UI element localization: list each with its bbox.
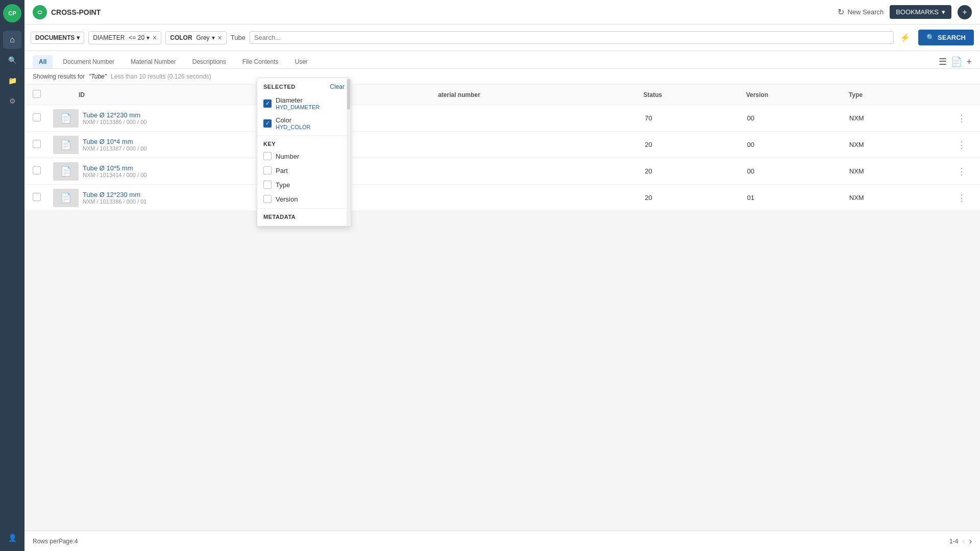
row-id-block-2: Tube Ø 10*4 mm NXM / 1013387 / 000 / 00	[79, 138, 287, 152]
search-prefix-text: Tube	[231, 34, 246, 41]
tab-material-number[interactable]: Material Number	[125, 55, 182, 68]
version-item-label: Version	[276, 195, 298, 203]
row-status-4: 20	[645, 194, 747, 202]
metadata-section-label: METADATA	[257, 211, 351, 222]
bookmarks-chevron-icon: ▾	[942, 8, 945, 16]
prev-page-button[interactable]: ‹	[962, 537, 965, 546]
color-filter-chip[interactable]: COLOR Grey ▾ ×	[165, 31, 227, 44]
type-item-label: Type	[276, 181, 290, 189]
header-check-col	[33, 90, 53, 99]
row-thumb-3: 📄	[53, 162, 79, 181]
rows-count: 4	[75, 538, 78, 545]
tab-descriptions[interactable]: Descriptions	[186, 55, 232, 68]
row-actions-3[interactable]: ⋮	[951, 166, 972, 177]
row-actions-1[interactable]: ⋮	[951, 113, 972, 124]
diameter-close-icon[interactable]: ×	[153, 34, 157, 42]
diameter-filter-chip[interactable]: DIAMETER <= 20 ▾ ×	[88, 31, 161, 44]
tab-all[interactable]: All	[33, 55, 53, 68]
page-range: 1-4	[949, 538, 958, 545]
diameter-checkbox: ✓	[263, 99, 272, 108]
svg-point-0	[36, 8, 44, 16]
folder-icon: 📁	[8, 77, 17, 85]
selected-title: SELECTED	[263, 84, 296, 90]
tab-user[interactable]: User	[289, 55, 314, 68]
diameter-item-label: Diameter	[276, 96, 320, 104]
sidebar-logo[interactable]: CP	[3, 4, 21, 22]
clear-button[interactable]: Clear	[330, 83, 345, 90]
app-logo: CROSS-POINT	[33, 5, 101, 19]
dropdown-item-version[interactable]: Version	[257, 192, 351, 206]
row-type-4: NXM	[849, 194, 951, 202]
number-checkbox	[263, 152, 272, 160]
tab-file-contents[interactable]: File Contents	[236, 55, 285, 68]
new-search-button[interactable]: ↻ New Search	[838, 7, 884, 17]
row-thumb-2: 📄	[53, 136, 79, 154]
next-page-button[interactable]: ›	[969, 537, 972, 546]
tab-add-icon[interactable]: +	[966, 57, 972, 67]
add-button[interactable]: +	[958, 5, 972, 19]
key-section-label: KEY	[257, 138, 351, 149]
search-nav-icon: 🔍	[8, 56, 17, 64]
table-row: 📄 Tube Ø 10*5 mm NXM / 1013414 / 000 / 0…	[24, 158, 980, 185]
row-actions-2[interactable]: ⋮	[951, 139, 972, 151]
sidebar-item-settings[interactable]: ⚙	[3, 92, 21, 110]
color-close-icon[interactable]: ×	[218, 34, 222, 42]
bookmarks-button[interactable]: BOOKMARKS ▾	[890, 5, 951, 19]
row-actions-4[interactable]: ⋮	[951, 192, 972, 204]
part-item-label: Part	[276, 167, 288, 174]
header-status-col: Status	[643, 91, 746, 98]
row-type-2: NXM	[849, 141, 951, 148]
documents-label: DOCUMENTS	[35, 34, 75, 41]
tab-icons-right: ☰ 📄 +	[939, 56, 972, 67]
sidebar-item-folder[interactable]: 📁	[3, 71, 21, 90]
sidebar-item-home[interactable]: ⌂	[3, 31, 21, 49]
showing-text: Showing results for	[33, 73, 85, 80]
type-checkbox	[263, 181, 272, 189]
list-view-icon[interactable]: ☰	[939, 56, 947, 67]
dropdown-item-diameter[interactable]: ✓ Diameter HYD_DIAMETER	[257, 93, 351, 113]
header-material-col: aterial number	[438, 91, 643, 98]
table-header: ID N aterial number Status Version Type	[24, 85, 980, 105]
row-type-3: NXM	[849, 167, 951, 175]
filter-icon: ⚡	[900, 33, 910, 42]
documents-filter-chip[interactable]: DOCUMENTS ▾	[31, 32, 84, 44]
filter-icon-button[interactable]: ⚡	[898, 31, 912, 44]
header-version-col: Version	[746, 91, 849, 98]
tab-document-number[interactable]: Document Number	[57, 55, 120, 68]
dropdown-item-type[interactable]: Type	[257, 178, 351, 192]
rows-per-page-label: Rows per	[33, 538, 59, 545]
select-all-checkbox[interactable]	[33, 90, 41, 98]
results-count: Less than 10 results (0.126 seconds)	[111, 73, 211, 80]
export-icon[interactable]: 📄	[951, 56, 962, 67]
column-selector-dropdown: SELECTED Clear ✓ Diameter HYD_DIAMETER ✓…	[257, 78, 351, 227]
row-checkbox-2[interactable]	[33, 140, 53, 150]
dropdown-item-color[interactable]: ✓ Color HYD_COLOR	[257, 113, 351, 133]
row-thumb-1: 📄	[53, 109, 79, 128]
bottombar-right: 1-4 ‹ ›	[949, 537, 972, 546]
color-item-content: Color HYD_COLOR	[276, 116, 310, 130]
search-input[interactable]	[254, 34, 889, 41]
row-checkbox-4[interactable]	[33, 193, 53, 203]
color-item-label: Color	[276, 116, 310, 124]
sidebar: CP ⌂ 🔍 📁 ⚙ 👤	[0, 0, 24, 551]
dropdown-item-part[interactable]: Part	[257, 163, 351, 178]
dropdown-scrollbar-thumb[interactable]	[347, 79, 350, 110]
color-filter-value: Grey	[197, 34, 210, 41]
page-label: Page:	[59, 538, 75, 545]
row-checkbox-3[interactable]	[33, 166, 53, 177]
settings-icon: ⚙	[9, 97, 16, 105]
table-row: 📄 Tube Ø 12*230 mm NXM / 1013386 / 000 /…	[24, 185, 980, 211]
row-checkbox-1[interactable]	[33, 113, 53, 123]
documents-chevron-icon: ▾	[77, 34, 80, 41]
sidebar-item-search[interactable]: 🔍	[3, 51, 21, 69]
dropdown-divider-1	[257, 135, 351, 136]
search-button[interactable]: 🔍 SEARCH	[918, 30, 974, 45]
row-id-block-1: Tube Ø 12*230 mm NXM / 1013386 / 000 / 0…	[79, 111, 287, 125]
table-row: 📄 Tube Ø 10*4 mm NXM / 1013387 / 000 / 0…	[24, 132, 980, 158]
search-button-icon: 🔍	[926, 34, 935, 41]
main-area: CROSS-POINT ↻ New Search BOOKMARKS ▾ + D…	[24, 0, 980, 551]
sidebar-item-user[interactable]: 👤	[3, 529, 21, 547]
dropdown-item-number[interactable]: Number	[257, 149, 351, 163]
user-icon: 👤	[8, 534, 17, 542]
app-name: CROSS-POINT	[51, 8, 101, 16]
